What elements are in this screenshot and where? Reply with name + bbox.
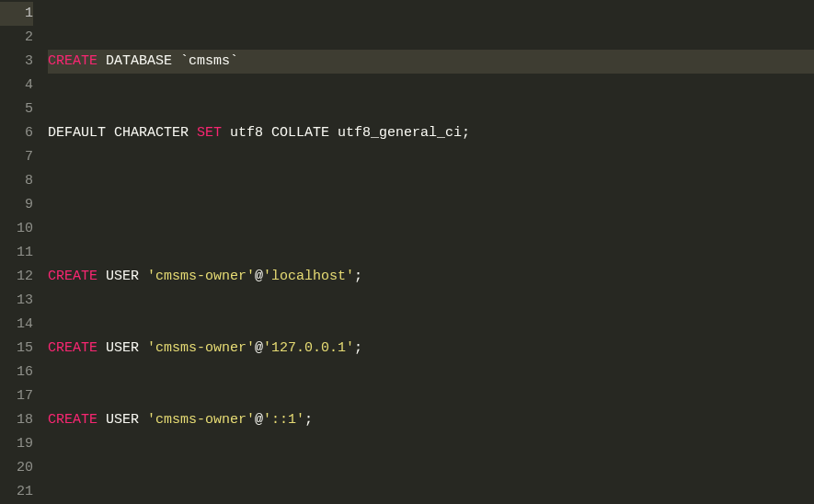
token-fn: ; (354, 269, 362, 284)
token-kw: CREATE (48, 269, 97, 284)
token-fn: ; (304, 412, 313, 428)
line-number: 20 (0, 456, 33, 480)
code-line[interactable]: CREATE DATABASE `cmsms` (48, 50, 814, 74)
token-fn: DATABASE `cmsms` (97, 53, 238, 69)
token-str: 'cmsms-owner' (147, 412, 255, 428)
line-number: 21 (0, 480, 33, 504)
line-number: 7 (0, 145, 33, 169)
token-fn: USER (97, 269, 147, 284)
token-fn: USER (97, 412, 147, 428)
token-str: 'localhost' (263, 269, 354, 284)
line-number: 15 (0, 337, 33, 361)
line-number: 17 (0, 384, 33, 408)
code-line[interactable]: CREATE USER 'cmsms-owner'@'localhost'; (48, 265, 814, 289)
line-number: 12 (0, 265, 33, 289)
token-fn: @ (255, 412, 263, 428)
token-str: '::1' (263, 412, 304, 428)
token-kw: CREATE (48, 412, 97, 428)
line-number: 14 (0, 313, 33, 337)
line-number: 2 (0, 26, 33, 50)
token-str: 'cmsms-owner' (147, 340, 255, 356)
line-number: 16 (0, 361, 33, 384)
token-kw: SET (197, 125, 222, 141)
line-number: 1 (0, 2, 33, 26)
line-number: 13 (0, 289, 33, 313)
line-number: 19 (0, 432, 33, 456)
token-kw: CREATE (48, 340, 97, 356)
code-line[interactable]: DEFAULT CHARACTER SET utf8 COLLATE utf8_… (48, 121, 814, 145)
line-number: 4 (0, 74, 33, 97)
token-kw: CREATE (48, 53, 97, 69)
token-fn: USER (97, 340, 147, 356)
line-number: 10 (0, 217, 33, 241)
line-number: 11 (0, 241, 33, 265)
code-line[interactable] (48, 193, 814, 217)
token-fn: @ (255, 269, 263, 284)
line-number-gutter: 1 2 3 4 5 6 7 8 9 10 11 12 13 14 15 16 1… (0, 0, 40, 504)
token-fn: @ (255, 340, 263, 356)
token-fn: ; (354, 340, 362, 356)
line-number: 6 (0, 121, 33, 145)
line-number: 18 (0, 408, 33, 432)
code-line[interactable] (48, 480, 814, 504)
code-editor[interactable]: CREATE DATABASE `cmsms` DEFAULT CHARACTE… (40, 0, 814, 504)
line-number: 9 (0, 193, 33, 217)
line-number: 3 (0, 50, 33, 74)
token-fn: utf8 COLLATE utf8_general_ci; (222, 125, 470, 141)
code-line[interactable]: CREATE USER 'cmsms-owner'@'::1'; (48, 408, 814, 432)
token-str: '127.0.0.1' (263, 340, 354, 356)
token-str: 'cmsms-owner' (147, 269, 255, 284)
line-number: 8 (0, 169, 33, 193)
token-fn: DEFAULT CHARACTER (48, 125, 197, 141)
code-line[interactable]: CREATE USER 'cmsms-owner'@'127.0.0.1'; (48, 337, 814, 361)
line-number: 5 (0, 97, 33, 121)
